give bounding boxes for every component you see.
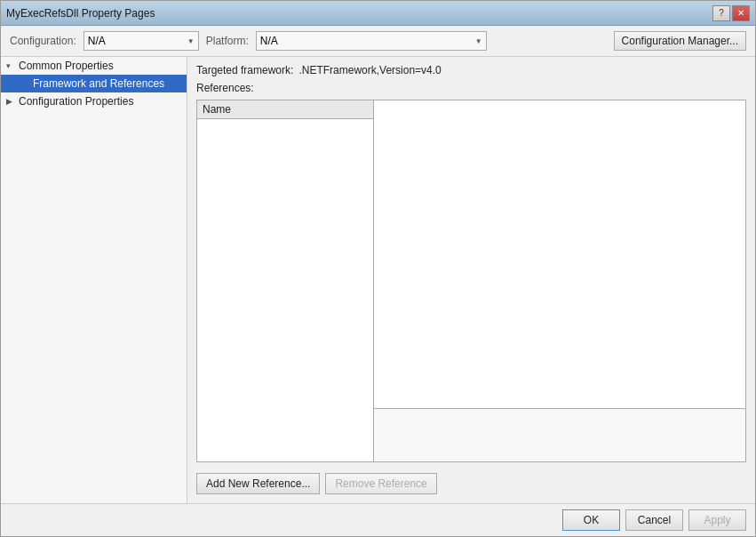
help-button[interactable]: ? — [712, 5, 730, 21]
ok-button[interactable]: OK — [562, 509, 620, 531]
platform-dropdown-arrow: ▼ — [475, 37, 482, 45]
ref-detail-top — [374, 100, 746, 409]
sidebar-item-framework-references[interactable]: Framework and References — [1, 75, 187, 92]
references-list[interactable]: Name — [196, 100, 374, 462]
footer: OK Cancel Apply — [1, 503, 755, 536]
platform-dropdown[interactable]: N/A ▼ — [256, 31, 487, 51]
framework-references-label: Framework and References — [33, 77, 164, 90]
references-section: Name — [196, 100, 746, 462]
right-panel: Targeted framework: .NETFramework,Versio… — [187, 57, 755, 503]
sidebar-item-configuration-properties[interactable]: ▶ Configuration Properties — [1, 92, 187, 110]
platform-label: Platform: — [206, 35, 249, 47]
dialog-title: MyExecRefsDll Property Pages — [6, 7, 155, 20]
config-dropdown-arrow: ▼ — [187, 37, 195, 45]
framework-row: Targeted framework: .NETFramework,Versio… — [196, 64, 746, 76]
apply-button[interactable]: Apply — [688, 509, 746, 531]
references-label: References: — [196, 82, 746, 94]
toolbar: Configuration: N/A ▼ Platform: N/A ▼ Con… — [1, 26, 755, 57]
title-bar: MyExecRefsDll Property Pages ? ✕ — [1, 1, 755, 26]
sidebar-item-common-properties[interactable]: ▾ Common Properties — [1, 57, 187, 75]
references-name-header: Name — [197, 100, 373, 119]
targeted-framework-value: .NETFramework,Version=v4.0 — [298, 64, 441, 76]
references-body — [197, 119, 373, 386]
config-manager-button[interactable]: Configuration Manager... — [614, 31, 746, 51]
cancel-button[interactable]: Cancel — [625, 509, 683, 531]
config-label: Configuration: — [10, 35, 76, 47]
config-value: N/A — [88, 35, 106, 47]
config-dropdown[interactable]: N/A ▼ — [84, 31, 199, 51]
main-content: ▾ Common Properties Framework and Refere… — [1, 57, 755, 503]
configuration-properties-label: Configuration Properties — [19, 95, 133, 108]
common-properties-arrow: ▾ — [6, 61, 15, 70]
title-bar-buttons: ? ✕ — [712, 5, 750, 21]
ref-detail-bottom — [374, 409, 746, 462]
add-new-reference-button[interactable]: Add New Reference... — [196, 473, 320, 494]
remove-reference-button[interactable]: Remove Reference — [325, 473, 436, 494]
close-button[interactable]: ✕ — [732, 5, 750, 21]
common-properties-label: Common Properties — [19, 60, 114, 72]
ref-detail-panel — [374, 100, 746, 462]
platform-value: N/A — [260, 35, 278, 47]
sidebar-scroll-area: ▾ Common Properties Framework and Refere… — [1, 57, 187, 503]
buttons-row: Add New Reference... Remove Reference — [196, 468, 746, 496]
sidebar: ▾ Common Properties Framework and Refere… — [1, 57, 187, 503]
targeted-framework-label: Targeted framework: — [196, 64, 293, 76]
configuration-properties-arrow: ▶ — [6, 97, 15, 106]
dialog-window: MyExecRefsDll Property Pages ? ✕ Configu… — [0, 0, 756, 537]
